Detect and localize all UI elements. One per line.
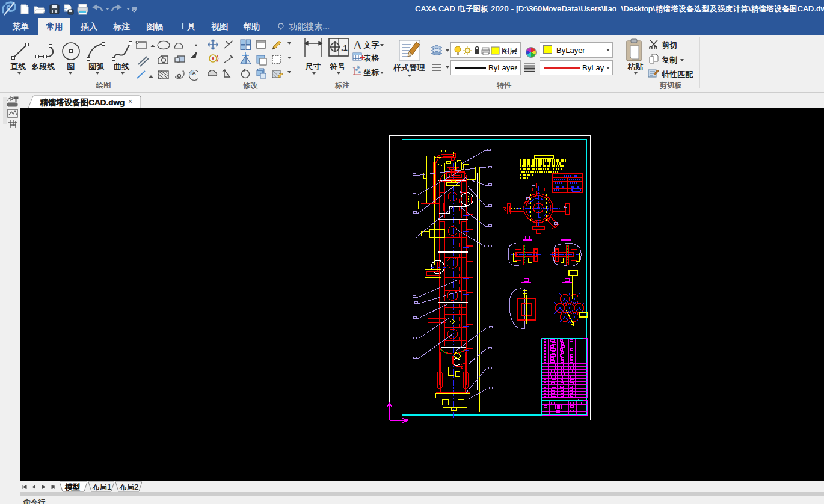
svg-text:A: A [353, 38, 363, 52]
svg-text:A: A [192, 70, 196, 76]
svg-text:.1: .1 [341, 43, 348, 52]
